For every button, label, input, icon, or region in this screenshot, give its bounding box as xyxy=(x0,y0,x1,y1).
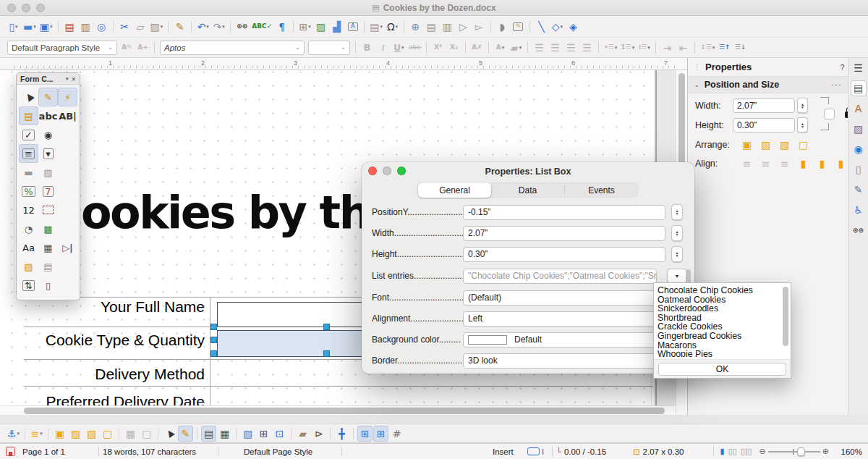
vertical-scrollbar-thumb[interactable] xyxy=(678,73,685,167)
tab-properties[interactable]: ▤ xyxy=(851,80,867,96)
popup-scrollbar-thumb[interactable] xyxy=(783,287,788,346)
send-backward-button[interactable]: ▧ xyxy=(84,426,99,442)
ok-button[interactable]: OK xyxy=(658,363,786,376)
italic-button[interactable]: I xyxy=(375,40,391,56)
redo-button[interactable]: ↷▾ xyxy=(211,19,226,35)
check-box-icon[interactable]: ✓ xyxy=(19,125,38,144)
insert-chart-button[interactable]: ▟ xyxy=(329,19,344,35)
group-button[interactable]: ▦ xyxy=(123,426,138,442)
insert-table-button[interactable]: ⊞▾ xyxy=(297,19,312,35)
highlight-color-button[interactable]: ▰▾ xyxy=(509,40,524,56)
time-field-icon[interactable]: ◔ xyxy=(19,219,38,238)
selection-handle[interactable] xyxy=(210,324,217,330)
new-document-button[interactable]: ▯▾ xyxy=(6,19,21,35)
outline-list-button[interactable]: ⁝☰▾ xyxy=(637,40,652,56)
image-button-icon[interactable]: ▨ xyxy=(38,163,58,182)
underline-button[interactable]: U▾ xyxy=(391,40,407,56)
dialog-tab-events[interactable]: Events xyxy=(565,182,638,198)
group-box-icon[interactable] xyxy=(38,201,58,219)
anchor-button[interactable]: ⚓▾ xyxy=(6,426,21,442)
zoom-level[interactable]: 160% xyxy=(833,447,862,456)
insert-hyperlink-button[interactable]: ⊕ xyxy=(408,19,423,35)
property-field-background-color[interactable]: Default▼ xyxy=(463,332,665,348)
pattern-field-icon[interactable]: Aa xyxy=(19,238,38,257)
minimize-window-icon[interactable] xyxy=(22,4,30,12)
paste-button[interactable]: ▨▾ xyxy=(149,19,165,35)
minimize-icon[interactable] xyxy=(383,167,391,175)
chevron-down-icon[interactable]: ▾ xyxy=(66,76,69,82)
height-input[interactable]: 0.30” xyxy=(733,118,795,132)
undo-button[interactable]: ↶▾ xyxy=(195,19,210,35)
increase-indent-button[interactable]: ⇥ xyxy=(660,40,675,56)
close-window-icon[interactable] xyxy=(7,4,16,12)
text-box-icon[interactable]: AB| xyxy=(58,106,77,125)
push-button-icon[interactable]: ▬ xyxy=(19,163,38,182)
strikethrough-button[interactable]: abe xyxy=(407,40,422,56)
activation-order-button[interactable]: ⊡ xyxy=(272,426,287,442)
tab-character[interactable]: A xyxy=(851,101,867,117)
numerical-field-icon[interactable]: 12 xyxy=(19,201,38,219)
clone-formatting-button[interactable]: ✎ xyxy=(172,19,187,35)
align-right-button[interactable]: ≡ xyxy=(776,156,793,171)
property-field-list-entries[interactable]: "Chocolate Chip Cookies";"Oatmeal Cookie… xyxy=(463,269,657,284)
bring-to-front-button[interactable]: ▣ xyxy=(52,426,67,442)
cut-button[interactable]: ✂ xyxy=(117,19,132,35)
decrease-paragraph-spacing-button[interactable]: ☰↓ xyxy=(733,40,748,56)
selection-handle[interactable] xyxy=(210,337,217,343)
property-field-position-y[interactable]: -0.15” xyxy=(463,205,665,220)
sidebar-help-button[interactable]: ? xyxy=(837,63,848,72)
spelling-button[interactable]: ABC✓ xyxy=(250,19,273,35)
drag-handle-icon[interactable]: ⋮ xyxy=(693,62,701,72)
page-count[interactable]: Page 1 of 1 xyxy=(22,447,95,456)
basic-shapes-button[interactable]: ◇▾ xyxy=(550,19,565,35)
close-icon[interactable] xyxy=(368,167,377,175)
date-field-icon[interactable]: 7 xyxy=(38,182,58,201)
selection-handle[interactable] xyxy=(323,350,330,357)
property-field-width[interactable]: 2.07” xyxy=(463,226,665,241)
clear-formatting-button[interactable]: A✗ xyxy=(469,40,485,56)
copy-button[interactable]: ▱ xyxy=(133,19,148,35)
zoom-in-icon[interactable]: ⊕ xyxy=(822,447,829,456)
send-to-back-button[interactable]: ▢ xyxy=(795,138,812,152)
combo-box-icon[interactable]: ▾ xyxy=(38,144,58,163)
font-size-combo[interactable]: ⌄ xyxy=(308,41,350,55)
bring-forward-button[interactable]: ▨ xyxy=(757,138,774,152)
list-entry-item[interactable]: Gingerbread Cookies xyxy=(658,332,779,341)
align-bottom-button[interactable]: ▮ xyxy=(833,156,849,171)
tab-accessibility[interactable]: ♿ xyxy=(851,202,867,218)
align-top-button[interactable]: ▮ xyxy=(795,156,812,171)
list-box-icon[interactable]: ≡ xyxy=(19,144,38,163)
list-entry-item[interactable]: Snickerdoodles xyxy=(658,304,779,313)
ungroup-button[interactable]: ▢ xyxy=(139,426,154,442)
list-entry-item[interactable]: Chocolate Chip Cookies xyxy=(658,286,779,295)
update-style-button[interactable]: A✎ xyxy=(119,40,135,56)
book-view-icon[interactable]: ▯|▯ xyxy=(741,447,752,456)
form-properties-button[interactable]: ▦ xyxy=(217,426,232,442)
position-and-size-section-header[interactable]: ⌄ Position and Size ··· xyxy=(688,76,848,93)
helplines-button[interactable]: # xyxy=(389,426,404,442)
select-button[interactable]: ▶ xyxy=(162,426,177,442)
insert-line-button[interactable]: ╲ xyxy=(534,19,549,35)
align-justified-button[interactable]: ☰ xyxy=(579,40,595,56)
align-middle-button[interactable]: ▮ xyxy=(814,156,830,171)
property-field-font[interactable]: (Default) xyxy=(463,290,665,306)
increase-paragraph-spacing-button[interactable]: ☰↑ xyxy=(717,40,732,56)
select-icon[interactable]: ▶ xyxy=(19,88,38,106)
zoom-slider[interactable]: ⊖ ⊕ xyxy=(760,447,829,456)
word-count[interactable]: 18 words, 107 characters xyxy=(103,447,214,456)
find-replace-button[interactable]: ⊙⊙ xyxy=(234,19,250,35)
paragraph-style-combo[interactable]: Default Paragraph Style⌄ xyxy=(7,41,117,55)
decrease-indent-button[interactable]: ⇤ xyxy=(676,40,691,56)
tab-gallery[interactable]: ▨ xyxy=(851,121,867,137)
save-button[interactable]: ▣▾ xyxy=(38,19,54,35)
width-stepper[interactable]: ▲▼ xyxy=(797,98,808,113)
currency-field-icon[interactable]: ▩ xyxy=(38,219,58,238)
selection-handle[interactable] xyxy=(323,324,330,330)
tab-navigator[interactable]: ◉ xyxy=(851,141,867,157)
height-stepper[interactable]: ▲▼ xyxy=(797,117,808,132)
open-button[interactable]: ▬▾ xyxy=(22,19,38,35)
automatic-control-focus-button[interactable]: ⊳ xyxy=(311,426,326,442)
zoom-window-icon[interactable] xyxy=(36,4,45,12)
align-center-button[interactable]: ☰ xyxy=(548,40,563,56)
zoom-out-icon[interactable]: ⊖ xyxy=(760,447,766,456)
